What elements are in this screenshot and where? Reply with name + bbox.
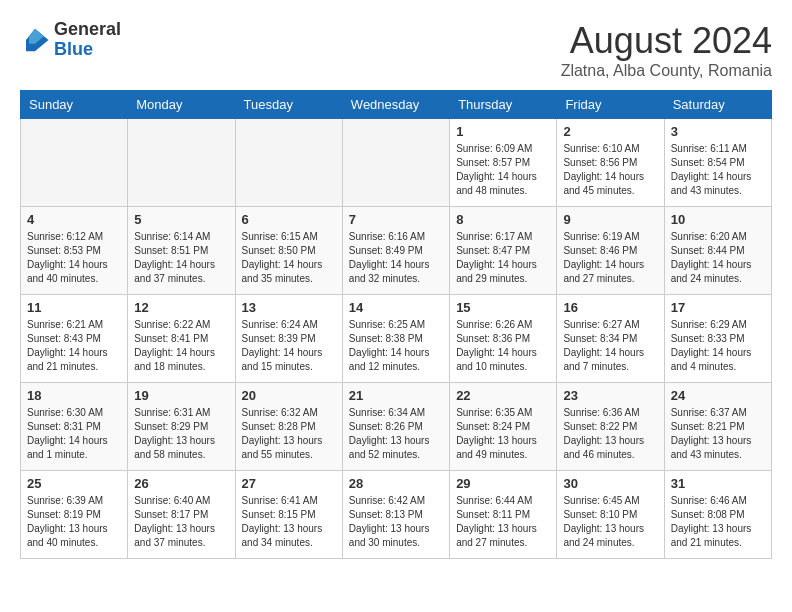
logo-general-text: General xyxy=(54,19,121,39)
calendar-cell: 7Sunrise: 6:16 AM Sunset: 8:49 PM Daylig… xyxy=(342,207,449,295)
day-number: 3 xyxy=(671,124,765,139)
calendar-cell: 24Sunrise: 6:37 AM Sunset: 8:21 PM Dayli… xyxy=(664,383,771,471)
day-info: Sunrise: 6:30 AM Sunset: 8:31 PM Dayligh… xyxy=(27,406,121,462)
day-info: Sunrise: 6:32 AM Sunset: 8:28 PM Dayligh… xyxy=(242,406,336,462)
day-number: 1 xyxy=(456,124,550,139)
day-number: 20 xyxy=(242,388,336,403)
day-number: 29 xyxy=(456,476,550,491)
day-number: 31 xyxy=(671,476,765,491)
day-info: Sunrise: 6:25 AM Sunset: 8:38 PM Dayligh… xyxy=(349,318,443,374)
day-number: 10 xyxy=(671,212,765,227)
day-number: 28 xyxy=(349,476,443,491)
day-number: 8 xyxy=(456,212,550,227)
day-number: 24 xyxy=(671,388,765,403)
day-number: 23 xyxy=(563,388,657,403)
calendar-cell: 14Sunrise: 6:25 AM Sunset: 8:38 PM Dayli… xyxy=(342,295,449,383)
day-info: Sunrise: 6:42 AM Sunset: 8:13 PM Dayligh… xyxy=(349,494,443,550)
calendar-cell: 27Sunrise: 6:41 AM Sunset: 8:15 PM Dayli… xyxy=(235,471,342,559)
day-number: 25 xyxy=(27,476,121,491)
calendar-cell: 12Sunrise: 6:22 AM Sunset: 8:41 PM Dayli… xyxy=(128,295,235,383)
calendar-cell: 8Sunrise: 6:17 AM Sunset: 8:47 PM Daylig… xyxy=(450,207,557,295)
day-info: Sunrise: 6:45 AM Sunset: 8:10 PM Dayligh… xyxy=(563,494,657,550)
col-wednesday: Wednesday xyxy=(342,91,449,119)
calendar-cell: 10Sunrise: 6:20 AM Sunset: 8:44 PM Dayli… xyxy=(664,207,771,295)
calendar-cell: 28Sunrise: 6:42 AM Sunset: 8:13 PM Dayli… xyxy=(342,471,449,559)
week-row-5: 25Sunrise: 6:39 AM Sunset: 8:19 PM Dayli… xyxy=(21,471,772,559)
day-number: 6 xyxy=(242,212,336,227)
day-info: Sunrise: 6:20 AM Sunset: 8:44 PM Dayligh… xyxy=(671,230,765,286)
day-info: Sunrise: 6:34 AM Sunset: 8:26 PM Dayligh… xyxy=(349,406,443,462)
day-info: Sunrise: 6:10 AM Sunset: 8:56 PM Dayligh… xyxy=(563,142,657,198)
day-number: 30 xyxy=(563,476,657,491)
calendar-cell: 2Sunrise: 6:10 AM Sunset: 8:56 PM Daylig… xyxy=(557,119,664,207)
day-number: 19 xyxy=(134,388,228,403)
day-info: Sunrise: 6:36 AM Sunset: 8:22 PM Dayligh… xyxy=(563,406,657,462)
calendar-cell: 26Sunrise: 6:40 AM Sunset: 8:17 PM Dayli… xyxy=(128,471,235,559)
day-info: Sunrise: 6:44 AM Sunset: 8:11 PM Dayligh… xyxy=(456,494,550,550)
calendar-cell: 1Sunrise: 6:09 AM Sunset: 8:57 PM Daylig… xyxy=(450,119,557,207)
day-number: 11 xyxy=(27,300,121,315)
day-info: Sunrise: 6:09 AM Sunset: 8:57 PM Dayligh… xyxy=(456,142,550,198)
day-info: Sunrise: 6:17 AM Sunset: 8:47 PM Dayligh… xyxy=(456,230,550,286)
day-number: 17 xyxy=(671,300,765,315)
calendar-cell: 18Sunrise: 6:30 AM Sunset: 8:31 PM Dayli… xyxy=(21,383,128,471)
day-number: 15 xyxy=(456,300,550,315)
calendar-cell: 6Sunrise: 6:15 AM Sunset: 8:50 PM Daylig… xyxy=(235,207,342,295)
calendar-cell: 16Sunrise: 6:27 AM Sunset: 8:34 PM Dayli… xyxy=(557,295,664,383)
week-row-4: 18Sunrise: 6:30 AM Sunset: 8:31 PM Dayli… xyxy=(21,383,772,471)
calendar-header-row: Sunday Monday Tuesday Wednesday Thursday… xyxy=(21,91,772,119)
calendar-cell: 30Sunrise: 6:45 AM Sunset: 8:10 PM Dayli… xyxy=(557,471,664,559)
day-number: 26 xyxy=(134,476,228,491)
calendar-cell xyxy=(342,119,449,207)
day-info: Sunrise: 6:39 AM Sunset: 8:19 PM Dayligh… xyxy=(27,494,121,550)
day-info: Sunrise: 6:24 AM Sunset: 8:39 PM Dayligh… xyxy=(242,318,336,374)
calendar-cell: 17Sunrise: 6:29 AM Sunset: 8:33 PM Dayli… xyxy=(664,295,771,383)
day-number: 27 xyxy=(242,476,336,491)
day-info: Sunrise: 6:27 AM Sunset: 8:34 PM Dayligh… xyxy=(563,318,657,374)
calendar-cell: 9Sunrise: 6:19 AM Sunset: 8:46 PM Daylig… xyxy=(557,207,664,295)
day-number: 9 xyxy=(563,212,657,227)
day-info: Sunrise: 6:14 AM Sunset: 8:51 PM Dayligh… xyxy=(134,230,228,286)
day-info: Sunrise: 6:29 AM Sunset: 8:33 PM Dayligh… xyxy=(671,318,765,374)
calendar-table: Sunday Monday Tuesday Wednesday Thursday… xyxy=(20,90,772,559)
title-section: August 2024 Zlatna, Alba County, Romania xyxy=(561,20,772,80)
day-info: Sunrise: 6:21 AM Sunset: 8:43 PM Dayligh… xyxy=(27,318,121,374)
day-number: 7 xyxy=(349,212,443,227)
calendar-cell: 25Sunrise: 6:39 AM Sunset: 8:19 PM Dayli… xyxy=(21,471,128,559)
calendar-cell: 11Sunrise: 6:21 AM Sunset: 8:43 PM Dayli… xyxy=(21,295,128,383)
day-info: Sunrise: 6:11 AM Sunset: 8:54 PM Dayligh… xyxy=(671,142,765,198)
calendar-cell: 31Sunrise: 6:46 AM Sunset: 8:08 PM Dayli… xyxy=(664,471,771,559)
day-info: Sunrise: 6:37 AM Sunset: 8:21 PM Dayligh… xyxy=(671,406,765,462)
calendar-cell: 4Sunrise: 6:12 AM Sunset: 8:53 PM Daylig… xyxy=(21,207,128,295)
calendar-cell: 19Sunrise: 6:31 AM Sunset: 8:29 PM Dayli… xyxy=(128,383,235,471)
logo: General Blue xyxy=(20,20,121,60)
calendar-cell: 21Sunrise: 6:34 AM Sunset: 8:26 PM Dayli… xyxy=(342,383,449,471)
day-info: Sunrise: 6:19 AM Sunset: 8:46 PM Dayligh… xyxy=(563,230,657,286)
calendar-cell: 20Sunrise: 6:32 AM Sunset: 8:28 PM Dayli… xyxy=(235,383,342,471)
col-thursday: Thursday xyxy=(450,91,557,119)
calendar-cell: 15Sunrise: 6:26 AM Sunset: 8:36 PM Dayli… xyxy=(450,295,557,383)
col-saturday: Saturday xyxy=(664,91,771,119)
week-row-2: 4Sunrise: 6:12 AM Sunset: 8:53 PM Daylig… xyxy=(21,207,772,295)
day-number: 14 xyxy=(349,300,443,315)
calendar-cell xyxy=(128,119,235,207)
day-info: Sunrise: 6:22 AM Sunset: 8:41 PM Dayligh… xyxy=(134,318,228,374)
day-info: Sunrise: 6:15 AM Sunset: 8:50 PM Dayligh… xyxy=(242,230,336,286)
day-number: 4 xyxy=(27,212,121,227)
day-number: 2 xyxy=(563,124,657,139)
day-info: Sunrise: 6:31 AM Sunset: 8:29 PM Dayligh… xyxy=(134,406,228,462)
day-info: Sunrise: 6:35 AM Sunset: 8:24 PM Dayligh… xyxy=(456,406,550,462)
calendar-cell xyxy=(235,119,342,207)
day-info: Sunrise: 6:41 AM Sunset: 8:15 PM Dayligh… xyxy=(242,494,336,550)
day-info: Sunrise: 6:26 AM Sunset: 8:36 PM Dayligh… xyxy=(456,318,550,374)
day-info: Sunrise: 6:12 AM Sunset: 8:53 PM Dayligh… xyxy=(27,230,121,286)
day-number: 12 xyxy=(134,300,228,315)
logo-icon xyxy=(20,25,50,55)
week-row-3: 11Sunrise: 6:21 AM Sunset: 8:43 PM Dayli… xyxy=(21,295,772,383)
col-tuesday: Tuesday xyxy=(235,91,342,119)
day-number: 5 xyxy=(134,212,228,227)
col-monday: Monday xyxy=(128,91,235,119)
calendar-cell: 5Sunrise: 6:14 AM Sunset: 8:51 PM Daylig… xyxy=(128,207,235,295)
location-subtitle: Zlatna, Alba County, Romania xyxy=(561,62,772,80)
month-year-title: August 2024 xyxy=(561,20,772,62)
